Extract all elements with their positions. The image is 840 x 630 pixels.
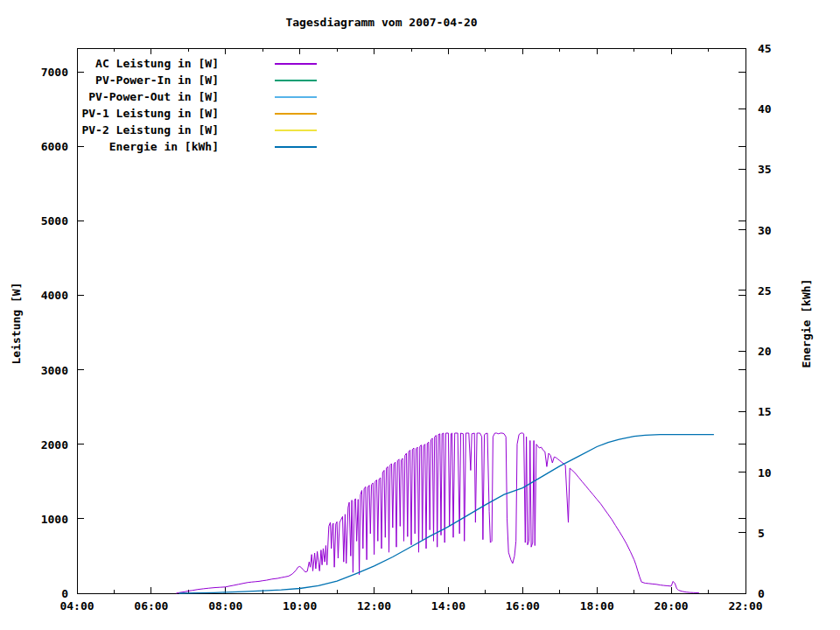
y-right-tick-label: 25 xyxy=(758,284,772,298)
y-right-tick-label: 10 xyxy=(758,466,772,480)
legend-item-3: PV-1 Leistung in [W] xyxy=(77,105,317,122)
y-left-tick-label: 1000 xyxy=(41,513,68,526)
legend: AC Leistung in [W]PV-Power-In in [W]PV-P… xyxy=(77,55,317,155)
y-right-tick-label: 15 xyxy=(758,405,772,418)
y-right-tick-label: 30 xyxy=(758,224,772,237)
y-left-tick-label: 5000 xyxy=(41,214,68,228)
legend-line-sample xyxy=(275,113,317,115)
x-tick-label: 16:00 xyxy=(506,599,540,612)
x-tick-label: 10:00 xyxy=(283,599,317,612)
y-right-tick-label: 40 xyxy=(758,102,772,116)
legend-item-5: Energie in [kWh] xyxy=(77,138,317,155)
y-left-tick-label: 2000 xyxy=(41,438,68,452)
legend-item-0: AC Leistung in [W] xyxy=(77,55,317,72)
y-right-tick-label: 45 xyxy=(758,42,772,55)
legend-line-sample xyxy=(275,96,317,98)
legend-label: Energie in [kWh] xyxy=(77,140,219,153)
y-right-tick-label: 5 xyxy=(758,527,765,540)
series-ac-leistung-in-w- xyxy=(176,433,699,593)
y-left-tick-label: 6000 xyxy=(41,140,68,153)
x-tick-label: 20:00 xyxy=(654,599,689,612)
legend-item-2: PV-Power-Out in [W] xyxy=(77,88,317,105)
x-tick-label: 06:00 xyxy=(134,599,168,612)
legend-line-sample xyxy=(275,146,317,148)
legend-item-4: PV-2 Leistung in [W] xyxy=(77,122,317,138)
x-tick-label: 18:00 xyxy=(580,599,614,612)
legend-label: AC Leistung in [W] xyxy=(77,57,219,70)
y-left-tick-label: 3000 xyxy=(41,364,68,377)
y-left-tick-label: 7000 xyxy=(41,66,68,79)
y-right-tick-label: 20 xyxy=(758,345,772,358)
legend-item-1: PV-Power-In in [W] xyxy=(77,72,317,88)
x-tick-label: 14:00 xyxy=(431,599,466,612)
legend-line-sample xyxy=(275,80,317,81)
chart-page: Tagesdiagramm vom 2007-04-20 Leistung [W… xyxy=(0,0,840,630)
x-tick-label: 08:00 xyxy=(208,599,242,612)
legend-label: PV-1 Leistung in [W] xyxy=(77,107,219,120)
legend-label: PV-Power-In in [W] xyxy=(77,74,219,87)
x-tick-label: 04:00 xyxy=(60,599,94,612)
x-tick-label: 12:00 xyxy=(357,599,391,612)
legend-label: PV-Power-Out in [W] xyxy=(77,90,219,103)
legend-line-sample xyxy=(275,63,317,65)
y-right-tick-label: 0 xyxy=(758,587,765,600)
series-energie-in-kwh- xyxy=(179,435,714,593)
legend-label: PV-2 Leistung in [W] xyxy=(77,123,219,136)
legend-line-sample xyxy=(275,130,317,131)
x-tick-label: 22:00 xyxy=(728,599,762,612)
y-left-tick-label: 4000 xyxy=(41,289,68,302)
y-left-tick-label: 0 xyxy=(61,587,68,600)
y-right-tick-label: 35 xyxy=(758,163,772,176)
